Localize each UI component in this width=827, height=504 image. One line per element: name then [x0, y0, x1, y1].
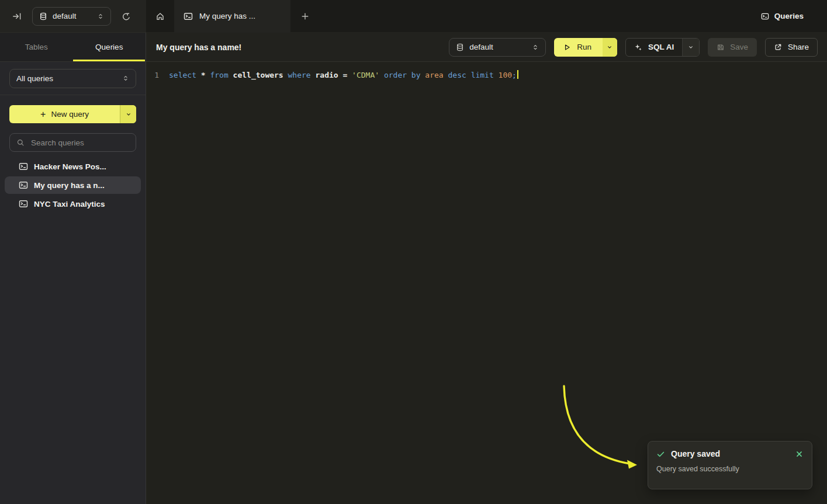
- database-select-topbar[interactable]: default: [32, 7, 111, 26]
- query-filter-select[interactable]: All queries: [9, 69, 136, 88]
- chevrons-updown-icon: [532, 44, 539, 51]
- home-icon: [155, 12, 165, 21]
- query-item-label: Hacker News Pos...: [34, 162, 106, 171]
- search-icon: [16, 138, 25, 147]
- save-icon: [717, 43, 725, 51]
- sql-editor[interactable]: 1 select * from cell_towers where radio …: [146, 62, 827, 504]
- active-tab-underline: [73, 60, 146, 61]
- sql-token: select: [169, 71, 201, 79]
- tab-tables[interactable]: Tables: [0, 33, 73, 61]
- sql-ai-dropdown-caret[interactable]: [682, 39, 699, 56]
- text-cursor: [517, 70, 518, 79]
- run-button-main[interactable]: Run: [554, 38, 603, 57]
- new-query-button-main[interactable]: + New query: [9, 105, 120, 123]
- share-button[interactable]: Share: [765, 38, 818, 57]
- sql-token: area: [425, 71, 448, 79]
- share-icon: [774, 43, 782, 51]
- save-button[interactable]: Save: [708, 38, 757, 57]
- main-area: My query has a name! default Run: [146, 33, 827, 504]
- play-icon: [563, 43, 571, 51]
- sparkles-icon: [634, 43, 642, 51]
- save-label: Save: [730, 43, 748, 51]
- query-list-item[interactable]: NYC Taxi Analytics: [5, 195, 141, 213]
- sql-token: cell_towers: [233, 71, 288, 79]
- top-bar-left: default: [0, 0, 146, 33]
- run-dropdown-caret[interactable]: [603, 38, 617, 57]
- terminal-icon: [761, 12, 769, 20]
- refresh-icon: [122, 12, 131, 21]
- search-queries-box: [9, 133, 136, 152]
- search-queries-input[interactable]: [30, 138, 129, 148]
- tab-strip: My query has ... Queries: [146, 0, 827, 33]
- top-bar: default My query has ... Queries: [0, 0, 827, 33]
- run-button[interactable]: Run: [554, 38, 617, 57]
- query-item-label: My query has a n...: [34, 181, 105, 190]
- toast-header: Query saved: [656, 449, 804, 458]
- collapse-sidebar-icon: [12, 12, 22, 21]
- chevron-down-icon: [687, 44, 694, 51]
- queries-indicator-label: Queries: [774, 12, 804, 20]
- new-query-button[interactable]: + New query: [9, 105, 136, 123]
- sidebar-content: + New query Hacker News Pos... My que: [0, 95, 146, 504]
- terminal-icon: [19, 180, 28, 190]
- query-list-item[interactable]: Hacker News Pos...: [5, 158, 141, 175]
- sidebar: Tables Queries All queries + New query: [0, 33, 146, 504]
- database-icon: [39, 12, 47, 20]
- database-select-toolbar[interactable]: default: [449, 38, 546, 57]
- query-title[interactable]: My query has a name!: [156, 43, 241, 52]
- sql-console-app: default My query has ... Queries: [0, 0, 827, 504]
- editor-toolbar: default Run SQL AI: [449, 38, 818, 57]
- query-item-label: NYC Taxi Analytics: [34, 200, 105, 208]
- new-query-dropdown-caret[interactable]: [120, 105, 136, 123]
- tab-queries[interactable]: Queries: [73, 33, 146, 61]
- editor-header: My query has a name! default Run: [146, 33, 827, 62]
- new-query-label: New query: [51, 110, 89, 119]
- line-number: 1: [146, 69, 159, 81]
- tab-tables-label: Tables: [25, 43, 48, 51]
- sql-code: select * from cell_towers where radio = …: [169, 69, 518, 81]
- refresh-button[interactable]: [117, 8, 135, 25]
- database-select-value: default: [469, 43, 527, 51]
- chevron-down-icon: [125, 111, 132, 118]
- run-label: Run: [577, 43, 591, 51]
- sql-ai-button[interactable]: SQL AI: [625, 38, 700, 57]
- sidebar-tabs: Tables Queries: [0, 33, 146, 62]
- queries-indicator[interactable]: Queries: [757, 0, 827, 32]
- query-list: Hacker News Pos... My query has a n... N…: [5, 158, 141, 213]
- sql-token: limit: [471, 71, 499, 79]
- code-line: 1 select * from cell_towers where radio …: [146, 62, 827, 81]
- database-icon: [456, 43, 464, 51]
- tab-my-query[interactable]: My query has ...: [174, 0, 290, 32]
- toast-message: Query saved successfully: [656, 465, 804, 473]
- sql-token: from: [210, 71, 233, 79]
- terminal-icon: [19, 199, 28, 208]
- new-tab-button[interactable]: [290, 0, 320, 32]
- query-list-item-selected[interactable]: My query has a n...: [5, 176, 141, 194]
- sql-token: radio: [315, 71, 342, 79]
- sql-token: ;: [512, 71, 517, 79]
- toast-title: Query saved: [671, 449, 720, 458]
- check-icon: [656, 450, 665, 458]
- tab-label: My query has ...: [199, 12, 255, 20]
- collapse-sidebar-button[interactable]: [8, 8, 26, 25]
- close-icon: [795, 450, 804, 458]
- terminal-icon: [184, 12, 193, 21]
- plus-icon: +: [40, 110, 46, 119]
- sql-token: =: [342, 71, 352, 79]
- sidebar-filter-row: All queries: [0, 62, 146, 95]
- sql-token: 'CDMA': [352, 71, 384, 79]
- query-filter-value: All queries: [16, 74, 117, 83]
- top-bar-spacer: [320, 0, 757, 32]
- toast-query-saved: Query saved Query saved successfully: [648, 441, 812, 489]
- tab-queries-label: Queries: [95, 43, 123, 51]
- database-select-value: default: [53, 12, 92, 20]
- toast-close-button[interactable]: [795, 450, 804, 458]
- sql-token: 100: [499, 71, 512, 79]
- chevron-down-icon: [606, 44, 613, 51]
- sql-ai-button-main[interactable]: SQL AI: [626, 39, 682, 56]
- terminal-icon: [19, 162, 28, 171]
- home-button[interactable]: [146, 0, 174, 32]
- chevrons-updown-icon: [122, 75, 129, 82]
- sql-token: desc: [448, 71, 471, 79]
- sql-token: order by: [384, 71, 425, 79]
